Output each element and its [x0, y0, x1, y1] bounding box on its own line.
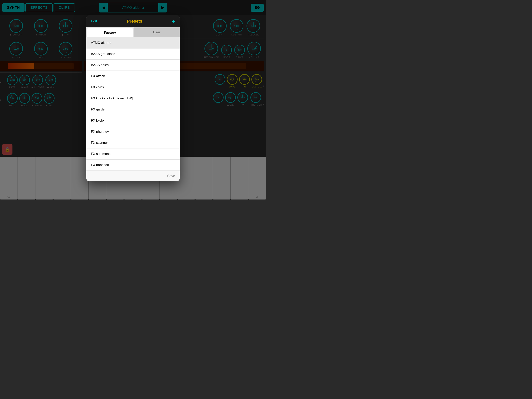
preset-item-fx-coins[interactable]: FX coins — [86, 82, 180, 93]
preset-item-fx-lololo[interactable]: FX lololo — [86, 115, 180, 126]
modal-edit-button[interactable]: Edit — [91, 19, 97, 23]
modal-footer: Save — [86, 171, 180, 181]
modal-header: Edit Presets + — [86, 15, 180, 27]
preset-item-fx-garden[interactable]: FX garden — [86, 104, 180, 115]
presets-modal: Edit Presets + Factory User ATMO aldorra… — [86, 15, 180, 181]
preset-item-fx-scanner[interactable]: FX scanner — [86, 137, 180, 148]
preset-item-bass-grandiose[interactable]: BASS grandiose — [86, 49, 180, 60]
preset-item-fx-attack[interactable]: FX attack — [86, 71, 180, 82]
modal-overlay: Edit Presets + Factory User ATMO aldorra… — [0, 0, 266, 200]
modal-tabs: Factory User — [86, 27, 180, 37]
tab-factory[interactable]: Factory — [87, 28, 133, 37]
preset-item-fx-summons[interactable]: FX summons — [86, 148, 180, 160]
tab-user[interactable]: User — [134, 27, 180, 37]
preset-item-fx-transport[interactable]: FX transport — [86, 160, 180, 171]
preset-item-atmo-aldorra[interactable]: ATMO aldorra — [86, 37, 180, 49]
preset-item-fx-phu-thuy[interactable]: FX phu thuy — [86, 126, 180, 137]
save-button[interactable]: Save — [167, 174, 175, 178]
modal-title: Presets — [127, 19, 142, 24]
preset-item-fx-crickets[interactable]: FX Crickets In A Sewer [TW] — [86, 93, 180, 104]
modal-add-button[interactable]: + — [172, 19, 175, 24]
preset-list: ATMO aldorraBASS grandioseBASS polesFX a… — [86, 37, 180, 171]
preset-item-bass-poles[interactable]: BASS poles — [86, 60, 180, 71]
